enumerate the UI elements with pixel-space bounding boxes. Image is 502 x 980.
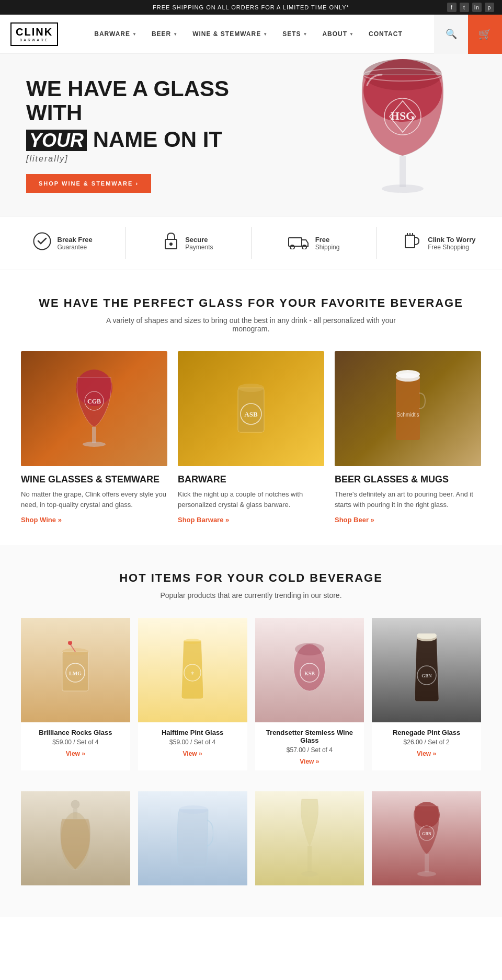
logo-area[interactable]: CLINK BARWARE: [0, 17, 63, 51]
pint-glass-link[interactable]: View »: [138, 750, 247, 757]
barware-shop-link[interactable]: Shop Barware »: [178, 516, 229, 524]
wine-category-image: CGB: [21, 351, 167, 466]
feature-shipping-text: Free Shipping: [315, 236, 340, 251]
product-decanter[interactable]: [21, 791, 130, 885]
hot-items-subtext: Popular products that are currently tren…: [94, 591, 408, 599]
beer-category[interactable]: Schmidt's BEER GLASSES & MUGS There's de…: [335, 351, 481, 524]
categories-grid: CGB WINE GLASSES & STEMWARE No matter th…: [0, 341, 502, 545]
wine-category-desc: No matter the grape, Clink offers every …: [21, 489, 167, 510]
products-grid: LMG Brilliance Rocks Glass $59.00 / Set …: [0, 607, 502, 781]
pinterest-icon[interactable]: p: [485, 3, 494, 12]
nav-beer[interactable]: BEER ▼: [144, 25, 185, 43]
worry-free-sub: Free Shopping: [428, 244, 475, 251]
beer-category-image: Schmidt's: [335, 351, 481, 466]
renegade-pint-price: $26.00 / Set of 2: [372, 739, 481, 746]
svg-rect-6: [400, 156, 406, 187]
svg-text:HSG: HSG: [391, 109, 415, 122]
svg-rect-21: [92, 427, 96, 443]
barware-category[interactable]: ASB BARWARE Kick the night up a couple o…: [178, 351, 324, 524]
secure-sub: Payments: [185, 244, 213, 251]
renegade-pint-link[interactable]: View »: [372, 750, 481, 757]
worry-free-title: Clink To Worry: [428, 236, 475, 244]
break-free-title: Break Free: [58, 236, 93, 244]
product-pint-glass[interactable]: ⚜ Halftime Pint Glass $59.00 / Set of 4 …: [138, 618, 247, 770]
rocks-glass-link[interactable]: View »: [21, 750, 130, 757]
hot-items-section: HOT ITEMS FOR YOUR COLD BEVERAGE Popular…: [0, 545, 502, 917]
feature-secure-text: Secure Payments: [185, 236, 213, 251]
svg-rect-11: [289, 238, 302, 246]
beverage-subtext: A variety of shapes and sizes to bring o…: [94, 316, 408, 333]
svg-rect-57: [425, 854, 429, 872]
feature-break-free-text: Break Free Guarantee: [58, 236, 93, 251]
product-pitcher[interactable]: [138, 791, 247, 885]
svg-text:Schmidt's: Schmidt's: [396, 412, 419, 418]
social-icons: f t in p: [447, 3, 494, 12]
shipping-sub: Shipping: [315, 244, 340, 251]
cart-icon: 🛒: [478, 28, 492, 40]
hero-image-area: HSG: [303, 54, 502, 216]
logo-text: CLINK: [16, 27, 53, 37]
nav-contact[interactable]: CONTACT: [361, 25, 410, 43]
svg-point-36: [68, 641, 72, 645]
pint-glass-price: $59.00 / Set of 4: [138, 739, 247, 746]
feature-break-free: Break Free Guarantee: [0, 227, 126, 259]
beer-mug-icon: [403, 232, 421, 254]
product-champagne[interactable]: [255, 791, 364, 885]
champagne-image: [255, 791, 364, 885]
hero-literally: [literally]: [26, 154, 277, 164]
wine-category-title: WINE GLASSES & STEMWARE: [21, 474, 167, 485]
search-button[interactable]: 🔍: [434, 15, 468, 54]
sets-dropdown-arrow: ▼: [303, 32, 307, 37]
nav-wine[interactable]: WINE & STEMWARE ▼: [185, 25, 275, 43]
svg-text:GBN: GBN: [422, 832, 431, 836]
nav-sets[interactable]: SETS ▼: [275, 25, 315, 43]
rocks-glass-image: LMG: [21, 618, 130, 722]
cart-button[interactable]: 🛒: [468, 15, 502, 54]
feature-worry-free-text: Clink To Worry Free Shopping: [428, 236, 475, 251]
product-red-wine-glass[interactable]: GBN: [372, 791, 481, 885]
wine-shop-link[interactable]: Shop Wine »: [21, 516, 62, 524]
announcement-bar: FREE SHIPPING ON ALL ORDERS FOR A LIMITE…: [0, 0, 502, 15]
beer-dropdown-arrow: ▼: [173, 32, 178, 37]
instagram-icon[interactable]: in: [472, 3, 482, 12]
product-renegade-pint[interactable]: GBN Renegade Pint Glass $26.00 / Set of …: [372, 618, 481, 770]
wine-category[interactable]: CGB WINE GLASSES & STEMWARE No matter th…: [21, 351, 167, 524]
nav-barware[interactable]: BARWARE ▼: [87, 25, 144, 43]
svg-point-37: [184, 639, 201, 644]
feature-free-shipping: Free Shipping: [252, 227, 377, 259]
renegade-pint-name: Renegade Pint Glass: [372, 729, 481, 736]
beverage-heading: WE HAVE THE PERFECT GLASS FOR YOUR FAVOR…: [10, 296, 492, 310]
logo-box: CLINK BARWARE: [10, 22, 58, 46]
barware-dropdown-arrow: ▼: [132, 32, 137, 37]
stemless-glass-link[interactable]: View »: [255, 758, 364, 765]
hero-line1: WE HAVE A GLASS WITH: [26, 77, 277, 125]
rocks-glass-price: $59.00 / Set of 4: [21, 739, 130, 746]
svg-text:ASB: ASB: [244, 410, 258, 418]
header-actions: 🔍 🛒: [434, 15, 502, 54]
search-icon: 🔍: [446, 28, 457, 40]
nav-about[interactable]: ABOUT ▼: [315, 25, 361, 43]
product-rocks-glass[interactable]: LMG Brilliance Rocks Glass $59.00 / Set …: [21, 618, 130, 770]
svg-rect-27: [396, 377, 420, 440]
hero-cta-button[interactable]: SHOP WINE & STEMWARE ›: [26, 174, 151, 193]
svg-point-8: [33, 233, 50, 250]
beer-category-desc: There's definitely an art to pouring bee…: [335, 489, 481, 510]
barware-category-desc: Kick the night up a couple of notches wi…: [178, 489, 324, 510]
wine-dropdown-arrow: ▼: [263, 32, 268, 37]
twitter-icon[interactable]: t: [460, 3, 469, 12]
svg-text:KSB: KSB: [304, 671, 315, 676]
logo-sub: BARWARE: [16, 38, 53, 42]
hero-section: WE HAVE A GLASS WITH YOUR NAME ON IT [li…: [0, 54, 502, 216]
svg-point-58: [417, 871, 436, 877]
more-products-grid: GBN: [0, 781, 502, 896]
svg-point-24: [238, 384, 264, 392]
svg-point-10: [169, 243, 173, 246]
check-circle-icon: [33, 232, 51, 254]
about-dropdown-arrow: ▼: [349, 32, 354, 37]
truck-icon: [288, 234, 309, 253]
secure-title: Secure: [185, 236, 213, 244]
beer-shop-link[interactable]: Shop Beer »: [335, 516, 374, 524]
hero-your-text: YOUR: [26, 130, 87, 151]
facebook-icon[interactable]: f: [447, 3, 457, 12]
product-stemless-glass[interactable]: KSB Trendsetter Stemless Wine Glass $57.…: [255, 618, 364, 770]
